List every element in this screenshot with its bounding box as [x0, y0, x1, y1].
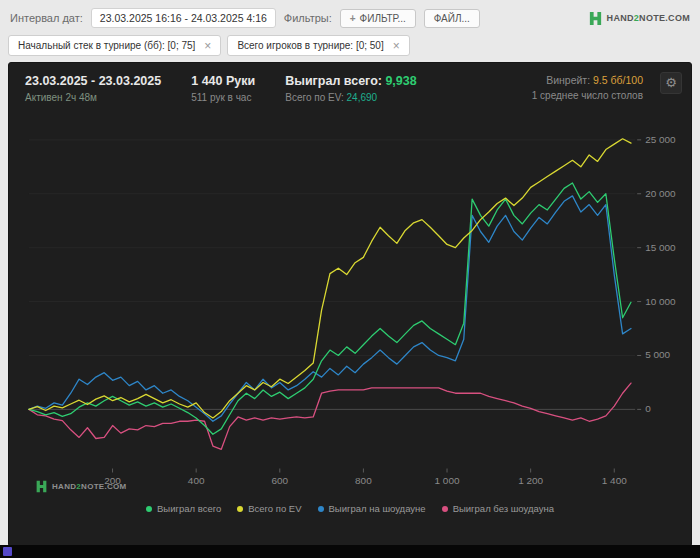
svg-text:1 200: 1 200	[518, 475, 543, 486]
winrate: Винрейт: 9.5 бб/100	[532, 74, 643, 86]
legend-label: Выиграл всего	[157, 503, 221, 514]
svg-text:10 000: 10 000	[645, 296, 676, 307]
topbar: Интервал дат: 23.03.2025 16:16 - 24.03.2…	[0, 0, 700, 33]
legend-dot-yellow	[237, 506, 243, 512]
results-panel: 23.03.2025 - 23.03.2025 Активен 2ч 48м 1…	[8, 62, 692, 547]
svg-text:1 000: 1 000	[435, 475, 460, 486]
chart-watermark: HAND2NOTE.COM	[35, 480, 127, 493]
settings-button[interactable]: ⚙	[660, 72, 682, 94]
session-date-range: 23.03.2025 - 23.03.2025	[25, 74, 161, 88]
ev-total: Всего по EV: 24,690	[285, 92, 416, 103]
svg-text:0: 0	[645, 403, 651, 414]
chart-legend: Выиграл всего Всего по EV Выиграл на шоу…	[9, 503, 691, 514]
winrate-block: Винрейт: 9.5 бб/100 1 среднее число стол…	[532, 74, 643, 103]
session-active-time: Активен 2ч 48м	[25, 92, 161, 103]
svg-text:800: 800	[355, 475, 372, 486]
close-icon[interactable]: ×	[204, 41, 211, 51]
taskbar-app-icon[interactable]	[3, 547, 12, 556]
ev-total-value: 24,690	[347, 92, 378, 103]
filter-chip-label: Всего игроков в турнире: [0; 50]	[237, 40, 383, 51]
date-interval-field[interactable]: 23.03.2025 16:16 - 24.03.2025 4:16	[91, 8, 276, 28]
add-filter-button[interactable]: + ФИЛЬТР...	[340, 9, 416, 28]
hands-per-hour: 511 рук в час	[191, 92, 255, 103]
filter-chip-label: Начальный стек в турнире (бб): [0; 75]	[18, 40, 195, 51]
winrate-label: Винрейт:	[546, 74, 590, 86]
file-button-label: ФАЙЛ...	[434, 13, 470, 24]
hand2note-h-icon	[35, 480, 48, 493]
svg-text:5 000: 5 000	[645, 349, 670, 360]
legend-item-showdown[interactable]: Выиграл на шоудауне	[318, 503, 426, 514]
legend-item-non-showdown[interactable]: Выиграл без шоудауна	[442, 503, 554, 514]
close-icon[interactable]: ×	[393, 41, 400, 51]
legend-dot-green	[146, 506, 152, 512]
filters-label: Фильтры:	[284, 12, 332, 24]
plus-icon: +	[350, 13, 356, 24]
avg-tables: 1 среднее число столов	[532, 90, 643, 101]
won-total-label: Выиграл всего:	[285, 74, 382, 88]
legend-label: Всего по EV	[248, 503, 301, 514]
svg-text:25 000: 25 000	[645, 134, 676, 145]
svg-text:400: 400	[188, 475, 205, 486]
won-total-value: 9,938	[385, 74, 416, 88]
svg-text:1 400: 1 400	[602, 475, 627, 486]
winrate-value: 9.5 бб/100	[593, 74, 643, 86]
ev-total-label: Всего по EV:	[285, 92, 344, 103]
results-header: 23.03.2025 - 23.03.2025 Активен 2ч 48м 1…	[9, 63, 691, 105]
filter-chips-row: Начальный стек в турнире (бб): [0; 75] ×…	[0, 33, 700, 62]
winnings-block: Выиграл всего: 9,938 Всего по EV: 24,690	[285, 74, 416, 103]
won-total: Выиграл всего: 9,938	[285, 74, 416, 88]
svg-text:20 000: 20 000	[645, 188, 676, 199]
date-interval-label: Интервал дат:	[10, 12, 83, 24]
winnings-chart[interactable]: 05 00010 00015 00020 00025 0002004006008…	[9, 107, 691, 499]
legend-dot-blue	[318, 506, 324, 512]
legend-item-won-total[interactable]: Выиграл всего	[146, 503, 221, 514]
hand2note-logo[interactable]: HAND2NOTE.COM	[588, 11, 690, 26]
svg-text:15 000: 15 000	[645, 242, 676, 253]
legend-item-ev[interactable]: Всего по EV	[237, 503, 301, 514]
filter-chip-starting-stack[interactable]: Начальный стек в турнире (бб): [0; 75] ×	[8, 35, 221, 56]
legend-label: Выиграл на шоудауне	[329, 503, 426, 514]
chart-area: 05 00010 00015 00020 00025 0002004006008…	[9, 107, 691, 499]
add-filter-button-label: ФИЛЬТР...	[360, 13, 406, 24]
file-button[interactable]: ФАЙЛ...	[424, 9, 480, 28]
session-block: 23.03.2025 - 23.03.2025 Активен 2ч 48м	[25, 74, 161, 103]
filter-chip-total-players[interactable]: Всего игроков в турнире: [0; 50] ×	[227, 35, 409, 56]
legend-label: Выиграл без шоудауна	[453, 503, 554, 514]
hands-block: 1 440 Руки 511 рук в час	[191, 74, 255, 103]
watermark-text: HAND2NOTE.COM	[52, 482, 127, 491]
svg-text:600: 600	[271, 475, 288, 486]
hand2note-h-icon	[588, 11, 603, 26]
hand2note-logo-text: HAND2NOTE.COM	[607, 13, 690, 23]
hands-count: 1 440 Руки	[191, 74, 255, 88]
legend-dot-pink	[442, 506, 448, 512]
gear-icon: ⚙	[665, 75, 677, 90]
taskbar	[0, 545, 700, 558]
